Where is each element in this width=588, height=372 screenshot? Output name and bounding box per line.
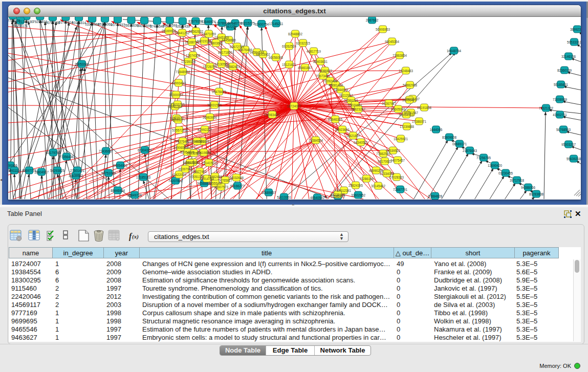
svg-text:81906506: 81906506 (173, 146, 188, 149)
svg-text:17239888: 17239888 (400, 125, 415, 128)
svg-text:86605049: 86605049 (391, 107, 406, 111)
svg-text:89171890: 89171890 (218, 51, 233, 54)
svg-text:70392468: 70392468 (323, 79, 338, 83)
svg-text:16648784: 16648784 (447, 49, 462, 53)
svg-text:37884828: 37884828 (428, 194, 443, 198)
svg-text:49817719: 49817719 (307, 50, 321, 53)
svg-text:82992217: 82992217 (198, 128, 212, 132)
svg-text:55185831: 55185831 (554, 83, 569, 86)
svg-text:15726794: 15726794 (203, 65, 217, 69)
svg-text:96582423: 96582423 (226, 65, 241, 69)
svg-text:30145462: 30145462 (371, 184, 386, 188)
svg-text:57612341: 57612341 (337, 189, 352, 192)
svg-text:59751049: 59751049 (101, 171, 116, 175)
svg-text:08689171: 08689171 (452, 142, 467, 146)
svg-text:13690420: 13690420 (488, 164, 503, 167)
svg-text:17185133: 17185133 (136, 176, 151, 179)
svg-text:76112912: 76112912 (339, 94, 353, 97)
svg-text:61544975: 61544975 (334, 88, 349, 92)
svg-text:66056095: 66056095 (269, 56, 284, 59)
svg-text:19384554: 19384554 (309, 139, 323, 142)
svg-text:92622439: 92622439 (176, 25, 190, 28)
svg-text:66954913: 66954913 (399, 113, 414, 117)
svg-text:92032215: 92032215 (296, 41, 311, 45)
svg-text:15471059: 15471059 (202, 32, 216, 36)
svg-text:89283838: 89283838 (529, 192, 544, 196)
svg-text:53113361: 53113361 (277, 195, 291, 199)
svg-text:18724007: 18724007 (287, 104, 301, 108)
svg-text:69977401: 69977401 (192, 170, 207, 173)
svg-text:56768563: 56768563 (556, 128, 571, 132)
svg-text:45461847: 45461847 (298, 66, 313, 70)
svg-text:90757938: 90757938 (46, 21, 60, 25)
svg-text:33639532: 33639532 (69, 174, 83, 178)
svg-text:70673491: 70673491 (316, 74, 331, 78)
svg-text:04075457: 04075457 (390, 159, 405, 162)
svg-text:99478475: 99478475 (212, 90, 227, 94)
svg-text:98045354: 98045354 (385, 40, 400, 43)
svg-text:32146166: 32146166 (561, 55, 576, 58)
svg-text:39717918: 39717918 (510, 179, 525, 182)
svg-text:72321322: 72321322 (539, 106, 554, 110)
svg-text:60790966: 60790966 (8, 164, 17, 167)
svg-text:29053346: 29053346 (75, 62, 90, 66)
svg-text:66191858: 66191858 (417, 106, 432, 110)
svg-text:76555277: 76555277 (171, 118, 186, 122)
svg-text:54293825: 54293825 (50, 169, 65, 172)
svg-text:77862593: 77862593 (376, 152, 391, 156)
svg-text:27501421: 27501421 (70, 169, 85, 172)
svg-text:76803601: 76803601 (209, 41, 224, 45)
svg-text:82360139: 82360139 (557, 69, 572, 72)
svg-text:59533312: 59533312 (567, 40, 581, 44)
svg-text:00267917: 00267917 (382, 102, 397, 105)
svg-text:87789328: 87789328 (8, 19, 20, 23)
svg-text:17239109: 17239109 (181, 60, 196, 63)
svg-text:39397983: 39397983 (178, 167, 193, 171)
svg-text:40191614: 40191614 (72, 21, 86, 25)
svg-text:40307573: 40307573 (214, 185, 229, 189)
svg-text:17808501: 17808501 (190, 140, 205, 143)
svg-text:00772837: 00772837 (111, 23, 125, 27)
svg-text:31602852: 31602852 (351, 193, 366, 197)
svg-text:05169938: 05169938 (162, 29, 177, 33)
svg-text:38992352: 38992352 (570, 28, 581, 31)
svg-text:66232625: 66232625 (187, 151, 202, 155)
svg-text:97051325: 97051325 (190, 175, 205, 179)
svg-text:27334035: 27334035 (380, 172, 395, 176)
svg-text:17145211: 17145211 (269, 22, 284, 26)
svg-text:81809608: 81809608 (442, 136, 457, 139)
svg-text:03230455: 03230455 (498, 171, 513, 175)
svg-text:36831550: 36831550 (207, 103, 222, 107)
svg-text:04340521: 04340521 (354, 141, 368, 144)
svg-text:77256785: 77256785 (476, 156, 491, 160)
svg-text:22360791: 22360791 (344, 99, 359, 102)
svg-text:13021661: 13021661 (348, 103, 363, 107)
svg-text:71848954: 71848954 (176, 70, 190, 74)
svg-text:50255171: 50255171 (13, 24, 28, 28)
svg-text:56823267: 56823267 (351, 107, 366, 111)
svg-text:21876643: 21876643 (463, 149, 477, 152)
svg-text:17386071: 17386071 (412, 120, 427, 123)
svg-text:56906953: 56906953 (376, 28, 390, 31)
svg-text:73086872: 73086872 (318, 69, 333, 73)
svg-text:92900754: 92900754 (254, 23, 269, 26)
svg-text:28849736: 28849736 (127, 193, 142, 197)
svg-text:38300044: 38300044 (169, 93, 184, 97)
svg-text:2087682: 2087682 (366, 18, 379, 22)
svg-text:83846315: 83846315 (328, 118, 343, 121)
svg-text:90911114: 90911114 (8, 169, 21, 172)
svg-text:79376462: 79376462 (176, 140, 190, 143)
svg-text:18804917: 18804917 (34, 170, 49, 174)
svg-text:1644095: 1644095 (430, 128, 443, 132)
svg-text:25824395: 25824395 (349, 184, 363, 187)
svg-text:13674308: 13674308 (186, 54, 201, 57)
svg-text:77356436: 77356436 (59, 155, 74, 159)
svg-text:36032688: 36032688 (229, 176, 244, 180)
svg-text:53557211: 53557211 (172, 128, 186, 132)
svg-text:95441262: 95441262 (175, 31, 190, 35)
svg-text:48540581: 48540581 (310, 196, 325, 200)
svg-text:23555157: 23555157 (208, 182, 223, 185)
svg-text:67304320: 67304320 (138, 148, 153, 152)
svg-text:41902711: 41902711 (553, 113, 567, 117)
svg-text:77436687: 77436687 (99, 149, 114, 153)
